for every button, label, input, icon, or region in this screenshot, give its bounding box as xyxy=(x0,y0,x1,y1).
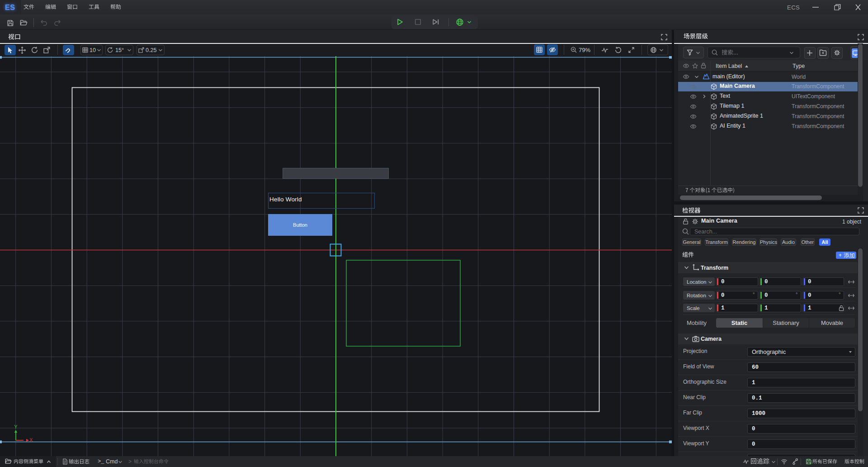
svg-text:Y: Y xyxy=(14,424,18,429)
svg-text:X: X xyxy=(29,437,33,443)
